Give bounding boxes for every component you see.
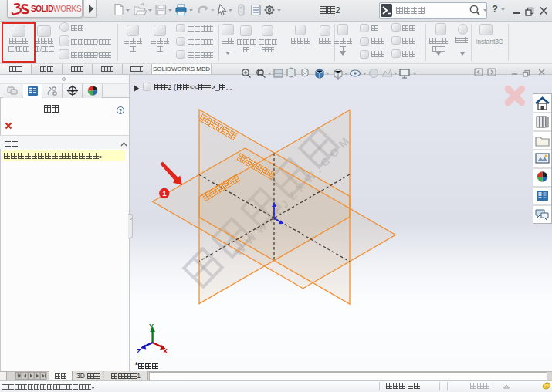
- svg-text:1: 1: [162, 189, 167, 198]
- svg-text:X: X: [163, 347, 168, 355]
- svg-text:Y: Y: [149, 323, 154, 330]
- svg-text:Z: Z: [137, 347, 141, 355]
